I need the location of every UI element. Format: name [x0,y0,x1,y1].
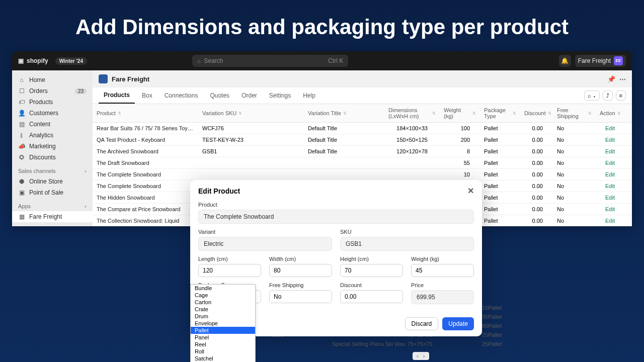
column-header[interactable]: Action ⇅ [596,107,621,119]
column-header[interactable]: Variation SKU ⇅ [198,107,304,119]
pin-button[interactable]: 📌 [607,75,615,83]
app-icon [99,74,108,83]
sidebar-item-content[interactable]: ▤Content [12,119,93,130]
edit-button[interactable]: Edit [596,146,621,157]
height-label: Height (cm) [340,256,403,262]
search-placeholder: Search [204,57,223,64]
product-field: The Complete Snowboard [198,210,474,224]
discount-input[interactable] [340,290,403,303]
sidebar-item-marketing[interactable]: 📣Marketing [12,141,93,152]
dropdown-option-bundle[interactable]: Bundle [191,285,255,292]
edit-button[interactable]: Edit [596,215,621,226]
brand-logo: ▣ shopify Winter '24 [18,57,87,65]
tab-settings[interactable]: Settings [264,88,296,103]
chevron-right-icon[interactable]: › [85,203,87,209]
more-button[interactable]: ⋯ [619,75,626,83]
page-header: Fare Freight 📌 ⋯ [93,70,632,87]
discard-button[interactable]: Discard [405,317,439,330]
search-shortcut: Ctrl K [328,57,343,64]
search-filter-button[interactable]: ⌕ ▾ [584,90,600,101]
column-header[interactable]: Discount ⇅ [520,107,553,119]
dropdown-option-drum[interactable]: Drum [191,313,255,320]
brand-text: shopify [27,57,48,64]
dropdown-option-pallet[interactable]: Pallet [191,327,255,334]
sidebar-item-fare-freight[interactable]: ▦Fare Freight [12,211,93,222]
variant-label: Variant [198,229,332,235]
dropdown-option-envelope[interactable]: Envelope [191,320,255,327]
sidebar-item-customers[interactable]: 👤Customers [12,108,93,119]
close-button[interactable]: ✕ [467,186,474,196]
column-header[interactable]: Dimensions (LxWxH cm) ⇅ [384,104,440,122]
price-label: Price [411,282,474,288]
column-header[interactable]: Variation Title ⇅ [304,107,384,119]
update-button[interactable]: Update [442,317,474,330]
column-header[interactable]: Package Type ⇅ [480,104,520,122]
column-header[interactable]: Product ⇅ [93,107,198,119]
sidebar-section: Sales channels› [12,163,93,176]
search-icon: ⌕ [197,57,201,64]
column-header[interactable]: Weight (kg) ⇅ [440,104,480,122]
edit-button[interactable]: Edit [596,204,621,215]
edit-button[interactable]: Edit [596,169,621,180]
table-row: The Draft Snowboard55Pallet0.00NoEdit [93,157,632,169]
orders-count: 23 [75,88,87,94]
tab-quotes[interactable]: Quotes [205,88,234,103]
filter-button[interactable]: ≡ [616,90,626,101]
sku-label: SKU [340,229,474,235]
tab-help[interactable]: Help [298,88,320,103]
customers-icon: 👤 [18,110,25,117]
price-field: 699.95 [411,290,474,304]
pagination[interactable]: ‹ › [413,352,429,360]
dropdown-option-crate[interactable]: Crate [191,306,255,313]
weight-input[interactable] [411,264,474,277]
dropdown-option-roll[interactable]: Roll [191,348,255,355]
edit-button[interactable]: Edit [596,180,621,192]
marketing-icon: 📣 [18,143,25,150]
user-menu[interactable]: Fare Freight FF [575,55,626,67]
chevron-right-icon[interactable]: › [85,168,87,174]
export-button[interactable]: ⤴ [603,90,613,101]
width-input[interactable] [269,264,332,277]
tab-products[interactable]: Products [99,87,135,104]
dropdown-option-panel[interactable]: Panel [191,334,255,341]
table-row: Special Selling Plans Ski Wax75×75×7525P… [272,339,518,348]
dropdown-option-carton[interactable]: Carton [191,299,255,306]
dropdown-option-cage[interactable]: Cage [191,292,255,299]
edition-badge: Winter '24 [55,57,87,65]
sidebar-section: Apps› [12,198,93,211]
table-row: QA Test Product - KeyboardTEST-KEY-W-23D… [93,134,632,146]
package-type-dropdown[interactable]: BundleCageCartonCrateDrumEnvelopePalletP… [190,284,256,362]
sidebar-item-analytics[interactable]: ⫿Analytics [12,130,93,141]
dropdown-option-satchel[interactable]: Satchel [191,355,255,362]
sidebar-item-products[interactable]: 🏷Products [12,97,93,108]
dropdown-option-reel[interactable]: Reel [191,341,255,348]
products-icon: 🏷 [18,99,25,106]
column-header[interactable]: Free Shipping ⇅ [553,104,596,122]
tabs: ProductsBoxConnectionsQuotesOrderSetting… [93,87,632,104]
edit-button[interactable]: Edit [596,192,621,203]
edit-button[interactable]: Edit [596,134,621,145]
weight-label: Weight (kg) [411,256,474,262]
page-title: Fare Freight [112,75,149,83]
sidebar-item-online-store[interactable]: ⬢Online Store [12,176,93,187]
sidebar: ⌂Home☐Orders23🏷Products👤Customers▤Conten… [12,70,93,226]
tab-order[interactable]: Order [236,88,262,103]
edit-button[interactable]: Edit [596,157,621,168]
discounts-icon: ✪ [18,154,25,161]
free-shipping-select[interactable] [269,290,332,303]
modal-title: Edit Product [198,187,240,195]
width-label: Width (cm) [269,256,332,262]
sidebar-item-discounts[interactable]: ✪Discounts [12,152,93,163]
notifications-button[interactable]: 🔔 [559,55,571,67]
tab-box[interactable]: Box [137,88,157,103]
length-input[interactable] [198,264,261,277]
sidebar-item-point-of-sale[interactable]: ▣Point of Sale [12,187,93,198]
analytics-icon: ⫿ [18,132,25,139]
sidebar-item-home[interactable]: ⌂Home [12,74,93,85]
height-input[interactable] [340,264,403,277]
free-shipping-label: Free Shipping [269,282,332,288]
edit-button[interactable]: Edit [596,123,621,134]
tab-connections[interactable]: Connections [159,88,203,103]
search-input[interactable]: ⌕Search Ctrl K [192,55,348,67]
sidebar-item-orders[interactable]: ☐Orders23 [12,85,93,97]
